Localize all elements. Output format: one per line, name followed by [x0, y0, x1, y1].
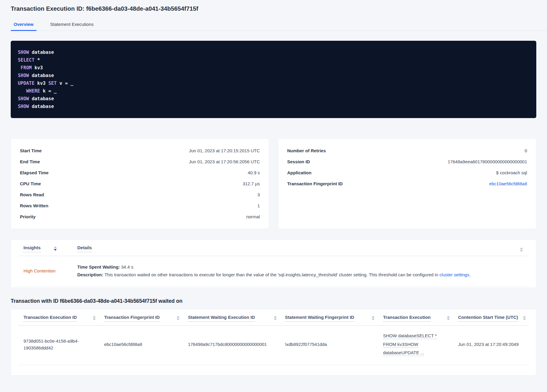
- end-time-value: Jun 01, 2023 at 17:20:56:2056 UTC: [189, 159, 260, 164]
- summary-row: Application$ cockroach sql: [287, 167, 527, 178]
- page-title: Transaction Execution ID: f6be6366-da03-…: [11, 5, 536, 12]
- waited-on-heading: Transaction with ID f6be6366-da03-48de-a…: [11, 298, 536, 304]
- description-period: .: [469, 272, 470, 277]
- insight-type-badge: High Contention: [18, 268, 72, 273]
- cell-transaction-fingerprint-id: ebc10ae56cfd88a8: [99, 341, 183, 348]
- retries-value: 0: [525, 148, 527, 153]
- column-header-statement-waiting-execution-id: Statement Waiting Execution ID: [183, 315, 279, 322]
- waited-on-header-row: Transaction Execution ID Transaction Fin…: [18, 315, 529, 326]
- cpu-time-value: 312.7 µs: [243, 181, 260, 186]
- elapsed-time-label: Elapsed Time: [20, 170, 48, 175]
- session-id-value: 17648a9eea6017800000000000000001: [448, 159, 527, 164]
- rows-written-label: Rows Written: [20, 203, 48, 208]
- time-spent-waiting: Time Spent Waiting: 34.4 s: [77, 263, 520, 271]
- transaction-details-page: Transaction Execution ID: f6be6366-da03-…: [0, 0, 547, 376]
- summary-cards: Start TimeJun 01, 2023 at 17:20:15:2015 …: [11, 138, 536, 229]
- sort-icon[interactable]: [520, 247, 523, 252]
- table-row: 9738d051-bc0e-4158-a9b4-1903586ddd42 ebc…: [18, 326, 529, 365]
- cell-statement-waiting-execution-id: 176498a9c717bdc80000000000000001: [183, 341, 279, 348]
- column-label[interactable]: Transaction Execution: [383, 315, 430, 322]
- execution-summary-card: Start TimeJun 01, 2023 at 17:20:15:2015 …: [11, 138, 269, 229]
- summary-row: Session ID17648a9eea60178000000000000000…: [287, 156, 527, 167]
- sql-statements-box: SHOW databaseSELECT * FROM kv3SHOW datab…: [11, 41, 536, 118]
- time-spent-waiting-label: Time Spent Waiting:: [77, 264, 120, 269]
- sql-code: SHOW databaseSELECT * FROM kv3SHOW datab…: [18, 48, 529, 110]
- rows-written-value: 1: [257, 203, 260, 208]
- transaction-execution-link[interactable]: SHOW databaseSELECT * FROM kv3SHOW datab…: [383, 333, 437, 355]
- cluster-settings-link[interactable]: cluster settings: [439, 272, 469, 277]
- summary-row: End TimeJun 01, 2023 at 17:20:56:2056 UT…: [20, 156, 260, 167]
- description-text: This transaction waited on other transac…: [103, 272, 440, 277]
- summary-row: Start TimeJun 01, 2023 at 17:20:15:2015 …: [20, 145, 260, 156]
- session-id-label: Session ID: [287, 159, 310, 164]
- insight-description: Description: This transaction waited on …: [77, 271, 520, 279]
- sort-icon[interactable]: [523, 316, 526, 320]
- sort-icon[interactable]: [447, 316, 450, 320]
- column-header-statement-waiting-fingerprint-id: Statement Waiting Fingerprint ID: [280, 315, 378, 322]
- column-label[interactable]: Statement Waiting Fingerprint ID: [285, 315, 354, 322]
- sort-icon[interactable]: [372, 316, 375, 320]
- cell-transaction-execution: SHOW databaseSELECT * FROM kv3SHOW datab…: [378, 332, 453, 357]
- column-header-transaction-execution-id: Transaction Execution ID: [18, 315, 99, 322]
- cpu-time-label: CPU Time: [20, 181, 41, 186]
- rows-read-label: Rows Read: [20, 192, 44, 197]
- description-label: Description:: [77, 272, 103, 277]
- waited-on-table-card: Transaction Execution ID Transaction Fin…: [11, 309, 536, 376]
- insights-table-card: Insights Details High Contention Time Sp…: [11, 239, 536, 288]
- start-time-label: Start Time: [20, 148, 42, 153]
- table-sort-header: [520, 245, 529, 252]
- column-label[interactable]: Transaction Fingerprint ID: [104, 315, 160, 322]
- cell-contention-start-time: Jun 01, 2023 at 17:20:49:2049: [453, 341, 529, 348]
- tab-bar: Overview Statement Executions: [11, 19, 547, 31]
- transaction-fingerprint-label: Transaction Fingerprint ID: [287, 181, 343, 186]
- time-spent-waiting-value: 34.4 s: [121, 264, 133, 269]
- application-label: Application: [287, 170, 312, 175]
- summary-row: Rows Written1: [20, 200, 260, 211]
- summary-row: Transaction Fingerprint IDebc10ae56cfd88…: [287, 178, 527, 189]
- column-label[interactable]: Contention Start Time (UTC): [458, 315, 518, 322]
- sort-icon[interactable]: [54, 246, 57, 252]
- tab-overview[interactable]: Overview: [11, 19, 37, 31]
- priority-label: Priority: [20, 214, 36, 219]
- transaction-fingerprint-link[interactable]: ebc10ae56cfd88a8: [489, 181, 527, 186]
- sort-icon[interactable]: [177, 316, 180, 320]
- sort-icon[interactable]: [93, 316, 96, 320]
- summary-row: Rows Read3: [20, 189, 260, 200]
- summary-row: Elapsed Time40.9 s: [20, 167, 260, 178]
- cell-statement-waiting-fingerprint-id: \xdb8922f077541dda: [280, 341, 378, 348]
- priority-value: normal: [246, 214, 260, 219]
- rows-read-value: 3: [257, 192, 260, 197]
- column-label[interactable]: Transaction Execution ID: [23, 315, 77, 322]
- column-header-transaction-execution: Transaction Execution: [378, 315, 453, 322]
- details-column-label[interactable]: Details: [77, 245, 92, 252]
- column-label[interactable]: Statement Waiting Execution ID: [188, 315, 255, 322]
- column-header-transaction-fingerprint-id: Transaction Fingerprint ID: [99, 315, 183, 322]
- insights-header-row: Insights Details: [18, 245, 529, 256]
- summary-row: Prioritynormal: [20, 211, 260, 222]
- retries-label: Number of Retries: [287, 148, 326, 153]
- cell-transaction-execution-id: 9738d051-bc0e-4158-a9b4-1903586ddd42: [18, 338, 99, 352]
- summary-row: CPU Time312.7 µs: [20, 178, 260, 189]
- session-summary-card: Number of Retries0 Session ID17648a9eea6…: [278, 138, 536, 229]
- sort-icon[interactable]: [274, 316, 277, 320]
- column-header-contention-start-time: Contention Start Time (UTC): [453, 315, 529, 322]
- application-value: $ cockroach sql: [496, 170, 527, 175]
- end-time-label: End Time: [20, 159, 40, 164]
- elapsed-time-value: 40.9 s: [248, 170, 260, 175]
- details-column-header: Details: [72, 245, 520, 252]
- insight-row: High Contention Time Spent Waiting: 34.4…: [18, 256, 529, 286]
- summary-row: Number of Retries0: [287, 145, 527, 156]
- tab-statement-executions[interactable]: Statement Executions: [47, 19, 97, 31]
- insights-column-label[interactable]: Insights: [23, 245, 41, 252]
- insight-details: Time Spent Waiting: 34.4 s Description: …: [72, 263, 520, 278]
- insights-column-header: Insights: [18, 245, 72, 252]
- start-time-value: Jun 01, 2023 at 17:20:15:2015 UTC: [189, 148, 260, 153]
